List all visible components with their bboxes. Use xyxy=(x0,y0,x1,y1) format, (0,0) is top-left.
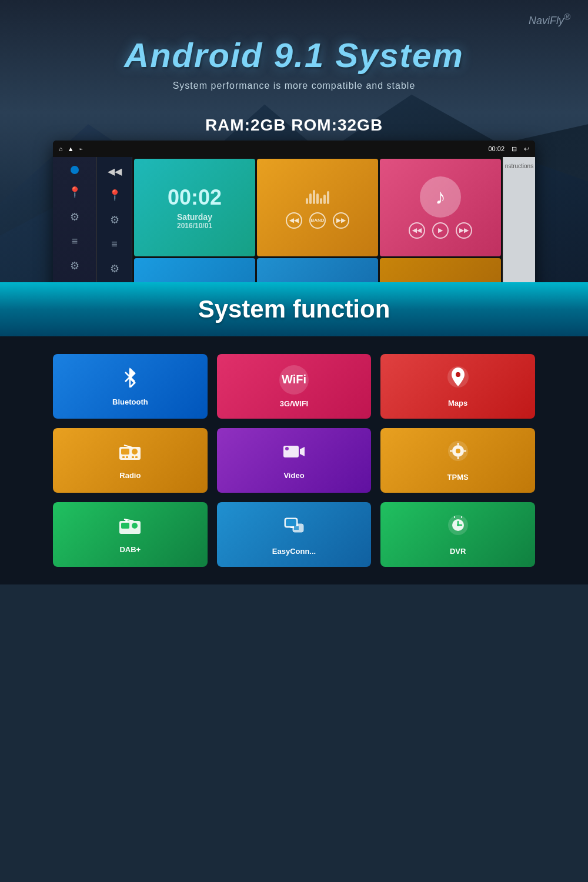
svg-point-17 xyxy=(456,449,460,453)
bluetooth-icon xyxy=(119,366,141,393)
status-bar: ⌂ ▲ ⌁ 00:02 ⊟ ↩ xyxy=(53,141,535,157)
svg-point-6 xyxy=(132,449,138,455)
sidebar-indicator xyxy=(71,166,79,174)
easyconn-label: EasyConn... xyxy=(272,547,316,556)
back-btn[interactable]: ◀◀ xyxy=(108,166,122,177)
band-btn[interactable]: BAND xyxy=(309,212,326,229)
svg-rect-9 xyxy=(126,456,128,458)
func-tile-video[interactable]: Video xyxy=(217,428,372,493)
radio-func-label: Radio xyxy=(119,471,141,480)
statusbar-right: 00:02 ⊟ ↩ xyxy=(488,145,529,153)
music-next[interactable]: ▶▶ xyxy=(456,222,472,239)
radio-btn-tile[interactable]: 📻 Radio xyxy=(257,258,378,283)
music-controls: ◀◀ ▶ ▶▶ xyxy=(409,222,472,239)
clock-display: 00:02 xyxy=(488,145,505,152)
svg-point-28 xyxy=(457,524,459,526)
svg-rect-5 xyxy=(121,449,129,455)
func-tile-radio[interactable]: Radio xyxy=(53,428,208,493)
sliders-icon-2[interactable]: ⚙ xyxy=(110,213,119,226)
window-icon: ⊟ xyxy=(512,145,517,153)
func-tile-bluetooth[interactable]: Bluetooth xyxy=(53,354,208,419)
dvr-label: DVR xyxy=(450,547,466,556)
statusbar-left: ⌂ ▲ ⌁ xyxy=(59,145,83,153)
music-icon-circle: ♪ xyxy=(420,176,461,218)
clock-day: Saturday xyxy=(177,212,212,222)
radio-wave xyxy=(306,186,329,204)
svg-rect-25 xyxy=(286,519,296,526)
clock-date: 2016/10/01 xyxy=(177,222,212,230)
sliders-icon[interactable]: ≡ xyxy=(72,235,78,248)
maps-icon: G xyxy=(446,365,470,394)
music-prev[interactable]: ◀◀ xyxy=(409,222,425,239)
bluetooth-label: Bluetooth xyxy=(112,397,148,406)
gear-icon-2[interactable]: ⚙ xyxy=(110,262,119,275)
screen-content: 📍 ⚙ ≡ ⚙ ⚙ ◀◀ 📍 ⚙ ≡ ⚙ xyxy=(53,157,535,282)
svg-rect-11 xyxy=(135,456,138,458)
clock-time: 00:02 xyxy=(168,185,222,210)
brand-logo: NaviFly® xyxy=(529,12,570,27)
tpms-label: TPMS xyxy=(447,473,469,482)
func-tile-wifi[interactable]: WiFi 3G/WIFI xyxy=(217,354,372,419)
sidebar-left: 📍 ⚙ ≡ ⚙ ⚙ xyxy=(53,157,97,282)
wifi-badge: WiFi xyxy=(279,365,309,395)
maps-label: Maps xyxy=(448,399,467,407)
svg-point-3 xyxy=(456,372,460,377)
hero-title: Android 9.1 System xyxy=(124,35,463,75)
func-tile-maps[interactable]: G Maps xyxy=(380,354,535,419)
func-tile-dvr[interactable]: DVR xyxy=(380,502,535,567)
sidebar-overlay: ◀◀ 📍 ⚙ ≡ ⚙ xyxy=(97,157,132,282)
app-grid: 00:02 Saturday 2016/10/01 xyxy=(132,157,503,282)
music-play[interactable]: ▶ xyxy=(432,222,449,239)
screen-mockup: ⌂ ▲ ⌁ 00:02 ⊟ ↩ 📍 ⚙ ≡ ⚙ xyxy=(53,141,535,282)
wifi-icon: WiFi xyxy=(282,373,306,386)
device-area: ⌂ ▲ ⌁ 00:02 ⊟ ↩ 📍 ⚙ ≡ ⚙ xyxy=(0,141,588,282)
dab-label: DAB+ xyxy=(119,545,141,554)
svg-rect-10 xyxy=(132,456,134,458)
radio-tile[interactable]: ◀◀ BAND ▶▶ xyxy=(257,159,378,256)
system-function-header: System function xyxy=(0,282,588,336)
radio-func-icon xyxy=(118,442,142,466)
func-tile-easyconn[interactable]: EasyConn... xyxy=(217,502,372,567)
hero-subtitle: System performance is more compatible an… xyxy=(173,81,416,91)
system-function-title: System function xyxy=(13,295,575,323)
video-func-icon xyxy=(282,442,306,466)
navi-tile[interactable]: 📍 Navi xyxy=(134,258,255,283)
func-tile-tpms[interactable]: TPMS xyxy=(380,428,535,493)
back-icon: ↩ xyxy=(524,145,529,153)
music-tile[interactable]: ♪ ◀◀ ▶ ▶▶ xyxy=(380,159,501,256)
instructions-label: nstructions xyxy=(505,163,533,169)
next-btn[interactable]: ▶▶ xyxy=(333,212,349,229)
dvr-icon xyxy=(446,513,470,542)
wifi-label: 3G/WIFI xyxy=(280,399,308,408)
clock-tile[interactable]: 00:02 Saturday 2016/10/01 xyxy=(134,159,255,256)
hero-section: NaviFly® Android 9.1 System System perfo… xyxy=(0,0,588,282)
ram-rom-label: RAM:2GB ROM:32GB xyxy=(205,116,383,135)
svg-rect-19 xyxy=(121,523,129,529)
video-func-label: Video xyxy=(283,471,304,480)
prev-btn[interactable]: ◀◀ xyxy=(286,212,302,229)
svg-point-22 xyxy=(125,520,128,522)
svg-marker-13 xyxy=(300,447,305,456)
settings-icon[interactable]: ⚙ xyxy=(70,211,79,223)
easyconn-icon xyxy=(282,513,306,542)
location-icon[interactable]: 📍 xyxy=(68,186,81,199)
func-tile-dab[interactable]: DAB+ xyxy=(53,502,208,567)
svg-point-14 xyxy=(285,447,289,450)
radio-controls: ◀◀ BAND ▶▶ xyxy=(286,212,349,229)
gear-icon[interactable]: ⚙ xyxy=(70,259,79,272)
usb-icon: ⌁ xyxy=(79,145,83,153)
home-icon: ⌂ xyxy=(59,145,63,152)
settings-icon-2[interactable]: ≡ xyxy=(111,238,118,250)
location-icon-2[interactable]: 📍 xyxy=(108,189,121,202)
tpms-icon xyxy=(446,439,470,468)
svg-point-20 xyxy=(132,523,138,529)
music-note-icon: ♪ xyxy=(435,185,446,209)
alert-icon: ▲ xyxy=(68,145,74,152)
right-panel: nstructions xyxy=(503,157,535,282)
function-grid: Bluetooth WiFi 3G/WIFI G Maps xyxy=(0,336,588,584)
dab-icon xyxy=(118,516,142,540)
video-tile[interactable]: 📁 Video xyxy=(380,258,501,283)
svg-rect-8 xyxy=(122,456,125,458)
system-function-section: System function Bluetooth WiFi 3G/WIFI xyxy=(0,282,588,584)
